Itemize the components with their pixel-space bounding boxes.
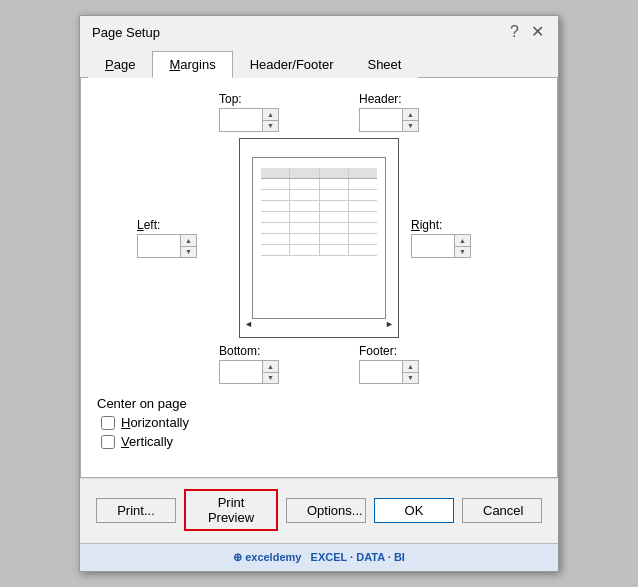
left-margin-group: Left: 0 ▲ ▼ xyxy=(137,218,227,258)
dialog-body: Top: 0 ▲ ▼ Header: 0 xyxy=(80,78,558,478)
options-button[interactable]: Options... xyxy=(286,498,366,523)
top-row: Top: 0 ▲ ▼ Header: 0 xyxy=(97,92,541,132)
close-button[interactable]: ✕ xyxy=(529,24,546,40)
middle-row: Left: 0 ▲ ▼ xyxy=(137,138,501,338)
header-margin-group: Header: 0 ▲ ▼ xyxy=(359,92,419,132)
preview-row xyxy=(261,223,377,234)
preview-row xyxy=(261,190,377,201)
tab-headerfooter[interactable]: Header/Footer xyxy=(233,51,351,78)
tab-page[interactable]: Page xyxy=(88,51,152,78)
preview-arrow-right-icon: ► xyxy=(385,319,394,329)
footer-arrows: ▲ ▼ xyxy=(402,361,418,383)
right-spinbox-ctrl: 0 ▲ ▼ xyxy=(411,234,471,258)
tab-margins[interactable]: Margins xyxy=(152,51,232,78)
preview-arrow-left-icon: ◄ xyxy=(244,319,253,329)
left-label: Left: xyxy=(137,218,160,232)
top-spinbox: 0 ▲ ▼ xyxy=(219,108,279,132)
left-input[interactable]: 0 xyxy=(138,235,180,257)
ok-button[interactable]: OK xyxy=(374,498,454,523)
header-spin-down[interactable]: ▼ xyxy=(403,121,418,132)
left-spin-down[interactable]: ▼ xyxy=(181,247,196,258)
footer-spinbox: 0 ▲ ▼ xyxy=(359,360,419,384)
top-margin-group: Top: 0 ▲ ▼ xyxy=(219,92,279,132)
horizontally-label: Horizontally xyxy=(121,415,189,430)
preview-inner xyxy=(252,157,386,319)
footer-spin-down[interactable]: ▼ xyxy=(403,373,418,384)
bottom-margin-group: Bottom: 0 ▲ ▼ xyxy=(219,344,279,384)
dialog-title: Page Setup xyxy=(92,25,160,40)
right-input[interactable]: 0 xyxy=(412,235,454,257)
header-arrows: ▲ ▼ xyxy=(402,109,418,131)
horizontally-row: Horizontally xyxy=(101,415,541,430)
bottom-spinbox: 0 ▲ ▼ xyxy=(219,360,279,384)
preview-row xyxy=(261,212,377,223)
footer-margin-group: Footer: 0 ▲ ▼ xyxy=(359,344,419,384)
header-input[interactable]: 0 xyxy=(360,109,402,131)
print-preview-button[interactable]: Print Preview xyxy=(184,489,278,531)
right-arrows: ▲ ▼ xyxy=(454,235,470,257)
bottom-arrows: ▲ ▼ xyxy=(262,361,278,383)
top-label: Top: xyxy=(219,92,242,106)
footer-label: Footer: xyxy=(359,344,397,358)
bottom-row: Bottom: 0 ▲ ▼ Footer: 0 xyxy=(97,344,541,384)
dialog-footer: Print... Print Preview Options... OK Can… xyxy=(80,478,558,543)
tab-sheet[interactable]: Sheet xyxy=(350,51,418,78)
watermark-text: ⊕ exceldemy EXCEL · DATA · BI xyxy=(233,551,405,564)
top-arrows: ▲ ▼ xyxy=(262,109,278,131)
left-arrows: ▲ ▼ xyxy=(180,235,196,257)
watermark-bar: ⊕ exceldemy EXCEL · DATA · BI xyxy=(80,543,558,571)
header-spinbox: 0 ▲ ▼ xyxy=(359,108,419,132)
title-bar: Page Setup ? ✕ xyxy=(80,16,558,46)
print-button[interactable]: Print... xyxy=(96,498,176,523)
header-label: Header: xyxy=(359,92,402,106)
preview-row xyxy=(261,245,377,256)
margins-layout: Top: 0 ▲ ▼ Header: 0 xyxy=(97,92,541,465)
page-preview: ◄ ► xyxy=(239,138,399,338)
title-bar-controls: ? ✕ xyxy=(508,24,546,40)
top-spin-up[interactable]: ▲ xyxy=(263,109,278,121)
footer-spin-up[interactable]: ▲ xyxy=(403,361,418,373)
top-input[interactable]: 0 xyxy=(220,109,262,131)
center-on-page-label: Center on page xyxy=(97,396,541,411)
horizontally-checkbox[interactable] xyxy=(101,416,115,430)
help-button[interactable]: ? xyxy=(508,24,521,40)
preview-row xyxy=(261,234,377,245)
center-section: Center on page Horizontally Vertically xyxy=(97,396,541,453)
right-margin-group: Right: 0 ▲ ▼ xyxy=(411,218,501,258)
footer-input[interactable]: 0 xyxy=(360,361,402,383)
vertically-label: Vertically xyxy=(121,434,173,449)
vertically-checkbox[interactable] xyxy=(101,435,115,449)
preview-cell xyxy=(290,168,319,178)
top-spin-down[interactable]: ▼ xyxy=(263,121,278,132)
bottom-spin-up[interactable]: ▲ xyxy=(263,361,278,373)
preview-cell xyxy=(349,168,377,178)
page-setup-dialog: Page Setup ? ✕ Page Margins Header/Foote… xyxy=(79,15,559,572)
right-label: Right: xyxy=(411,218,442,232)
cancel-button[interactable]: Cancel xyxy=(462,498,542,523)
preview-row xyxy=(261,201,377,212)
left-spinbox-ctrl: 0 ▲ ▼ xyxy=(137,234,197,258)
bottom-spin-down[interactable]: ▼ xyxy=(263,373,278,384)
bottom-label: Bottom: xyxy=(219,344,260,358)
tab-bar: Page Margins Header/Footer Sheet xyxy=(80,46,558,78)
header-spin-up[interactable]: ▲ xyxy=(403,109,418,121)
bottom-input[interactable]: 0 xyxy=(220,361,262,383)
preview-header-row xyxy=(261,168,377,179)
vertically-row: Vertically xyxy=(101,434,541,449)
preview-cell xyxy=(320,168,349,178)
preview-cell xyxy=(261,168,290,178)
right-spin-up[interactable]: ▲ xyxy=(455,235,470,247)
preview-row xyxy=(261,179,377,190)
preview-table xyxy=(261,168,377,308)
left-spin-up[interactable]: ▲ xyxy=(181,235,196,247)
right-spin-down[interactable]: ▼ xyxy=(455,247,470,258)
